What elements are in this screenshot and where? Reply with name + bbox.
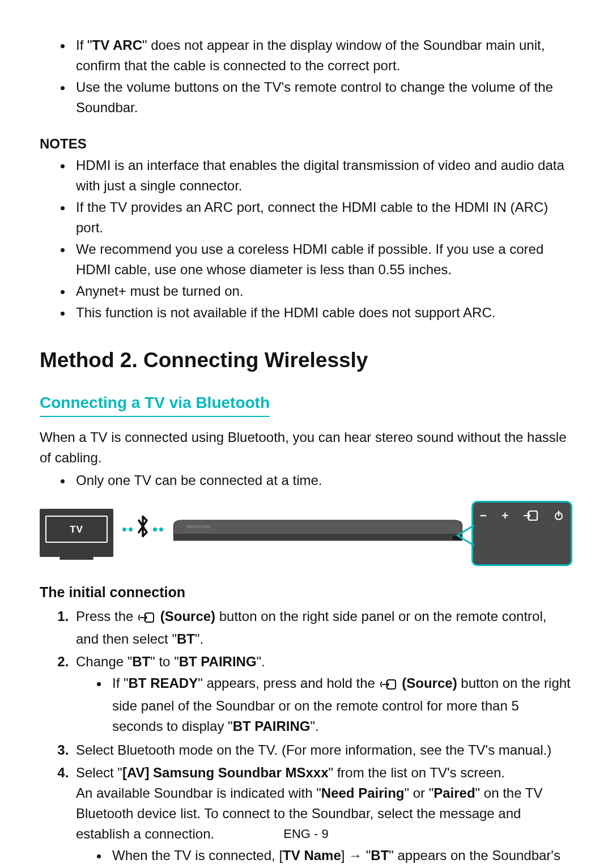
text: Select ": [76, 765, 122, 780]
note-item: This function is not available if the HD…: [73, 303, 572, 323]
connection-diagram: TV SAMSUNG − +: [40, 501, 572, 568]
text: " does not appear in the display window …: [76, 37, 545, 73]
step-4-sub: When the TV is connected, [TV Name] → "B…: [109, 845, 572, 868]
signal-dot: [122, 527, 126, 531]
note-item: If the TV provides an ARC port, connect …: [73, 197, 572, 238]
text: ".: [257, 654, 265, 669]
text: ] → ": [341, 848, 371, 863]
tv-label: TV: [40, 522, 113, 537]
control-panel-buttons: − +: [480, 507, 564, 524]
text: An available Soundbar is indicated with …: [76, 785, 321, 801]
text-bold: BT PAIRING: [233, 718, 311, 734]
text: If ": [112, 675, 129, 691]
text: Change ": [76, 654, 132, 669]
text-bold: BT: [371, 848, 389, 863]
tv-illustration: TV: [40, 509, 113, 560]
signal-dot: [159, 527, 163, 531]
volume-down-icon: −: [480, 507, 487, 524]
step-4: Select "[AV] Samsung Soundbar MSxxx" fro…: [73, 763, 572, 868]
text: When the TV is connected, [: [112, 848, 283, 863]
source-icon: [524, 510, 538, 521]
tv-body: TV: [40, 509, 113, 557]
note-item: Anynet+ must be turned on.: [73, 281, 572, 301]
text: ".: [195, 631, 203, 646]
text-bold: BT PAIRING: [179, 654, 257, 669]
bluetooth-bullet: Only one TV can be connected at a time.: [73, 470, 572, 491]
top-bullet-2: Use the volume buttons on the TV's remot…: [73, 77, 572, 118]
text: If ": [76, 37, 92, 53]
text-bold: BT READY: [129, 675, 198, 691]
text-bold: BT: [132, 654, 150, 669]
step-4-sublist: When the TV is connected, [TV Name] → "B…: [76, 845, 572, 868]
note-item: HDMI is an interface that enables the di…: [73, 155, 572, 196]
bluetooth-bullet-list: Only one TV can be connected at a time.: [40, 470, 572, 491]
text: ".: [311, 718, 319, 734]
top-bullet-1: If "TV ARC" does not appear in the displ…: [73, 35, 572, 76]
text: " or ": [405, 785, 434, 801]
page-number: ENG - 9: [0, 824, 612, 843]
text: Press the: [76, 609, 137, 624]
text-bold: BT: [177, 631, 195, 646]
signal-dot: [153, 527, 157, 531]
source-icon: [138, 609, 155, 629]
bluetooth-signal: [121, 514, 164, 554]
text-bold: TV ARC: [92, 37, 142, 53]
bluetooth-subheading: Connecting a TV via Bluetooth: [40, 391, 270, 417]
top-bullet-list: If "TV ARC" does not appear in the displ…: [40, 35, 572, 118]
step-2-sub: If "BT READY" appears, press and hold th…: [109, 673, 572, 737]
tv-stand: [40, 557, 113, 560]
step-2-sublist: If "BT READY" appears, press and hold th…: [76, 673, 572, 737]
text-bold: TV Name: [283, 848, 341, 863]
notes-list: HDMI is an interface that enables the di…: [40, 155, 572, 323]
text-bold: Need Pairing: [321, 785, 405, 801]
method-heading: Method 2. Connecting Wirelessly: [40, 344, 572, 376]
text: " from the list on TV's screen.: [329, 765, 505, 780]
text-bold: Paired: [434, 785, 475, 801]
initial-connection-heading: The initial connection: [40, 582, 572, 603]
notes-heading: NOTES: [40, 134, 572, 154]
callout-arrow-icon: [455, 524, 475, 547]
control-panel-callout: − +: [471, 501, 572, 566]
step-3: Select Bluetooth mode on the TV. (For mo…: [73, 740, 572, 760]
text-bold: (Source): [402, 675, 457, 691]
svg-text:SAMSUNG: SAMSUNG: [186, 525, 210, 529]
signal-dot: [129, 527, 133, 531]
note-item: We recommend you use a coreless HDMI cab…: [73, 239, 572, 280]
text: " to ": [150, 654, 178, 669]
volume-up-icon: +: [502, 507, 509, 524]
bluetooth-intro: When a TV is connected using Bluetooth, …: [40, 427, 572, 468]
power-icon: [554, 510, 564, 521]
text: " appears, press and hold the: [198, 675, 379, 691]
svg-rect-0: [173, 534, 462, 541]
text-bold: (Source): [160, 609, 215, 624]
text-bold: [AV] Samsung Soundbar MSxxx: [122, 765, 329, 780]
bluetooth-icon: [135, 514, 151, 544]
source-icon: [380, 675, 397, 696]
step-2: Change "BT" to "BT PAIRING". If "BT READ…: [73, 652, 572, 737]
step-1: Press the (Source) button on the right s…: [73, 606, 572, 649]
soundbar-illustration: SAMSUNG: [172, 519, 464, 542]
